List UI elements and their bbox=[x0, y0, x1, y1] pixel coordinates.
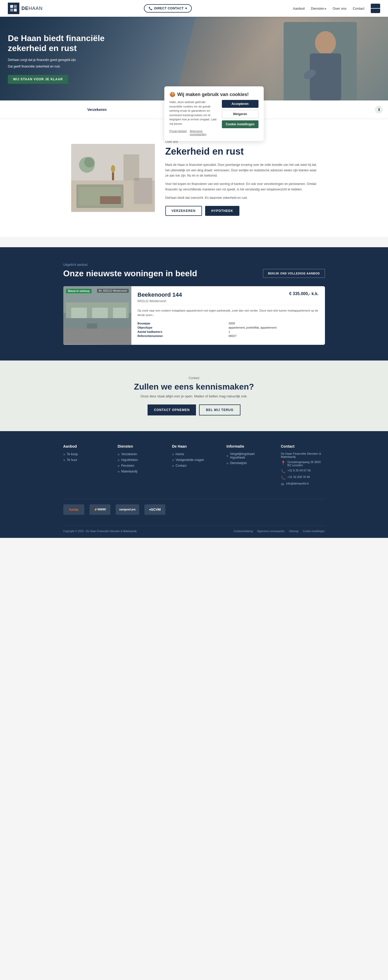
property-bouwjaar: Bouwjaar bbox=[138, 322, 227, 325]
svg-rect-18 bbox=[112, 172, 114, 180]
brand-scvm[interactable]: ♦SCVM bbox=[145, 504, 165, 515]
cookie-reject-button[interactable]: Weigeren bbox=[222, 110, 259, 118]
footer-link-dienstwijzer[interactable]: Dienstwijzer bbox=[227, 461, 270, 465]
property-card[interactable]: Nieuw in verkoop 84, 6931LD Westervoort … bbox=[63, 286, 325, 345]
footer-cookie-instellingen[interactable]: Cookie-instellingen bbox=[303, 530, 325, 533]
company-name-text: De Haan Financiële Diensten & Makelaardi… bbox=[281, 452, 325, 458]
about-text2: Voor het kopen en financieren van een wo… bbox=[165, 181, 317, 192]
referentie-label: Referentienummer bbox=[138, 334, 163, 337]
svg-rect-12 bbox=[100, 196, 121, 204]
cookie-text: Hallo, deze website gebruikt essentiële … bbox=[170, 100, 218, 126]
main-nav: Aanbod Diensten Over ons Contact bbox=[293, 4, 380, 13]
phone-icon: 📞 bbox=[149, 6, 153, 10]
logo-text: DEHAAN bbox=[21, 6, 43, 11]
cookie-accept-button[interactable]: Accepteren bbox=[222, 100, 259, 108]
contact-opnemen-button[interactable]: CONTACT OPNEMEN bbox=[148, 404, 196, 415]
svg-rect-0 bbox=[10, 5, 13, 8]
hypotheek-button[interactable]: HYPOTHEEK bbox=[205, 206, 240, 216]
property-name: Beekenoord 144 bbox=[138, 291, 182, 298]
contact-buttons: CONTACT OPNEMEN BEL MIJ TERUG bbox=[8, 404, 380, 415]
property-referentie: Referentienummer bbox=[138, 334, 227, 337]
vastgoed-logo-text: vastgoed pro bbox=[119, 508, 136, 511]
listings-inner: Uitgelicht aanbod Onze nieuwste woningen… bbox=[63, 263, 325, 345]
listings-label: Uitgelicht aanbod bbox=[63, 263, 325, 267]
brand-vastgoed[interactable]: vastgoed pro bbox=[116, 504, 140, 515]
phone2-text: +31 33 258 78 48 bbox=[288, 475, 310, 479]
listings-header: Onze nieuwste woningen in beeld BEKIJK O… bbox=[63, 269, 325, 278]
direct-contact-button[interactable]: 📞 DIRECT CONTACT ▾ bbox=[144, 4, 192, 13]
svg-rect-22 bbox=[71, 308, 87, 318]
nav-contact[interactable]: Contact bbox=[353, 6, 364, 11]
property-badkamers: Aantal badkamers bbox=[138, 330, 227, 333]
footer-link-tekoop[interactable]: Te koop bbox=[63, 452, 107, 456]
badkamers-label: Aantal badkamers bbox=[138, 330, 162, 333]
cookie-title: 🍪 Wij maken gebruik van cookies! bbox=[170, 92, 259, 97]
footer-link-home[interactable]: Home bbox=[172, 452, 216, 456]
brand-funda[interactable]: funda bbox=[63, 504, 84, 515]
property-objecttype-value: appartement, portiekflat, appartement bbox=[229, 326, 319, 329]
nav-aanbod[interactable]: Aanbod bbox=[293, 6, 305, 11]
hamburger-button[interactable] bbox=[371, 4, 380, 13]
footer-col-aanbod: Aanbod Te koop Te huur bbox=[63, 444, 107, 488]
footer-cookieverklaring[interactable]: Cookieverklaring bbox=[234, 530, 253, 533]
address-text: Grootdrogerij­weg 29 3833 BZ Leusden bbox=[288, 460, 325, 467]
email-text: info@dehaanfd.nl bbox=[286, 482, 309, 485]
property-badkamers-value: 1 bbox=[229, 330, 319, 333]
objecttype-label: Objecttype bbox=[138, 326, 153, 329]
property-bouwjaar-value: 2009 bbox=[229, 322, 319, 325]
nav-diensten[interactable]: Diensten bbox=[311, 6, 326, 11]
footer: Aanbod Te koop Te huur Diensten Verzeker… bbox=[0, 431, 388, 538]
property-city: 6931LD Westervoort bbox=[138, 299, 182, 303]
footer-address: 📍 Grootdrogerij­weg 29 3833 BZ Leusden bbox=[281, 460, 325, 467]
property-info: Beekenoord 144 6931LD Westervoort € 335.… bbox=[131, 286, 325, 345]
property-price: € 335.000,- k.k. bbox=[289, 291, 318, 296]
footer-bottom-links: Cookieverklaring Algemene voorwaarden Si… bbox=[234, 530, 325, 533]
footer-sitemap[interactable]: Sitemap bbox=[289, 530, 299, 533]
brand-nwwi[interactable]: ⚡NWWI bbox=[89, 504, 110, 515]
footer-dehaan-title: De Haan bbox=[172, 444, 216, 449]
footer-link-hypotheken[interactable]: Hypotheken bbox=[118, 458, 162, 462]
cookie-settings-button[interactable]: Cookie instellingen bbox=[222, 120, 259, 128]
logo-icon bbox=[8, 3, 19, 14]
phone2-icon: 📞 bbox=[281, 476, 285, 480]
hero-subtitle1: DeHaan zorgt dat je financiën goed gereg… bbox=[8, 57, 107, 62]
about-title: Zekerheid en rust bbox=[165, 146, 317, 157]
view-all-button[interactable]: BEKIJK ONS VOLLEDIGE AANBOD bbox=[263, 269, 325, 278]
bouwjaar-label: Bouwjaar bbox=[138, 322, 151, 325]
footer-link-verzekeren[interactable]: Verzekeren bbox=[118, 452, 162, 456]
service-info-icon[interactable]: ℹ bbox=[375, 106, 383, 113]
cookie-privacy-link[interactable]: Privacybeleid bbox=[170, 129, 186, 136]
cookie-actions: Accepteren Weigeren Cookie instellingen bbox=[222, 100, 259, 136]
contact-subtitle: Onze deur staat altijd voor je open. Mai… bbox=[8, 394, 380, 398]
cookie-inner: Hallo, deze website gebruikt essentiële … bbox=[170, 100, 259, 136]
footer-link-tehuur[interactable]: Te huur bbox=[63, 458, 107, 462]
verzekeren-button[interactable]: VERZEKEREN bbox=[165, 206, 202, 216]
contact-section: Contact Zullen we eens kennismaken? Onze… bbox=[0, 361, 388, 431]
contact-title: Zullen we eens kennismaken? bbox=[8, 382, 380, 391]
property-description: Op zoek naar een modern instapklare appa… bbox=[138, 305, 319, 318]
footer-link-vergelijkingskaart[interactable]: Vergelijkingskaart Hypotheek bbox=[227, 452, 270, 460]
contact-label: Contact bbox=[8, 376, 380, 380]
property-objecttype: Objecttype bbox=[138, 326, 227, 329]
nav-over-ons[interactable]: Over ons bbox=[332, 6, 347, 11]
footer-copyright: Copyright © 2025 - De Haan Financiële Di… bbox=[63, 530, 137, 533]
property-details: Bouwjaar 2009 Objecttype appartement, po… bbox=[138, 322, 319, 337]
cookie-banner: 🍪 Wij maken gebruik van cookies! Hallo, … bbox=[164, 86, 264, 141]
hero-title: De Haan biedt financiële zekerheid en ru… bbox=[8, 33, 107, 53]
footer-bottom: Copyright © 2025 - De Haan Financiële Di… bbox=[63, 525, 325, 533]
footer-link-contact[interactable]: Contact bbox=[172, 464, 216, 468]
header: DEHAAN 📞 DIRECT CONTACT ▾ Aanbod Dienste… bbox=[0, 0, 388, 17]
bel-mij-terug-button[interactable]: BEL MIJ TERUG bbox=[199, 404, 240, 415]
listings-section: Uitgelicht aanbod Onze nieuwste woningen… bbox=[0, 247, 388, 361]
footer-link-makelaardij[interactable]: Makelaardij bbox=[118, 469, 162, 474]
footer-algemene-voorwaarden[interactable]: Algemene voorwaarden bbox=[257, 530, 285, 533]
about-text1: Mark de Haan is financieel specialist. D… bbox=[165, 162, 317, 178]
listings-title: Onze nieuwste woningen in beeld bbox=[63, 269, 197, 278]
hero-cta-button[interactable]: WIJ STAAN VOOR JE KLAAR bbox=[8, 75, 68, 84]
nwwi-logo-text: ⚡NWWI bbox=[94, 508, 106, 511]
footer-email[interactable]: ✉ info@dehaanfd.nl bbox=[281, 482, 325, 486]
footer-link-faq[interactable]: Veelgestelde vragen bbox=[172, 458, 216, 462]
svg-point-17 bbox=[111, 165, 115, 172]
footer-link-pensioen[interactable]: Pensioen bbox=[118, 464, 162, 468]
cookie-terms-link[interactable]: Algemene voorwaarden bbox=[190, 129, 218, 136]
